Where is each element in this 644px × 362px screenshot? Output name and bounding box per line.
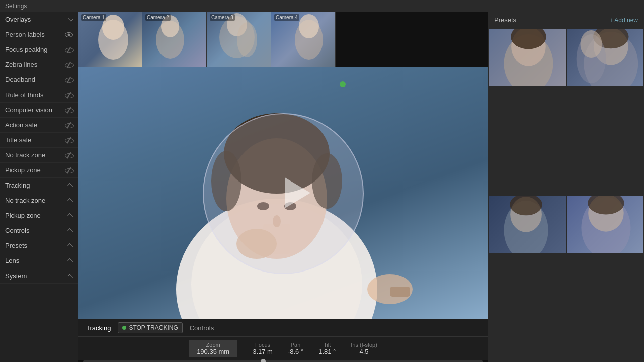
camera-thumb-3[interactable]: Camera 3 xyxy=(207,12,271,67)
camera-3-label: Camera 3 xyxy=(210,14,235,21)
sidebar-section-presets[interactable]: Presets xyxy=(0,238,78,253)
pan-control: Pan -8.6 ° xyxy=(288,342,303,355)
eye-off-icon[interactable] xyxy=(65,62,73,67)
chevron-up-icon xyxy=(67,198,73,204)
eye-off-icon[interactable] xyxy=(65,123,73,128)
eye-off-icon[interactable] xyxy=(65,47,73,52)
preset-thumb-2[interactable] xyxy=(567,29,643,86)
svg-point-30 xyxy=(580,30,602,58)
sidebar-item-zebra-lines[interactable]: Zebra lines xyxy=(0,57,78,72)
sidebar-section-lens[interactable]: Lens xyxy=(0,253,78,268)
svg-point-6 xyxy=(237,22,257,57)
camera-strip: Camera 1 Camera 2 xyxy=(78,12,488,67)
chevron-up-icon xyxy=(67,258,73,264)
deadband-label: Deadband xyxy=(5,76,35,83)
pickup-zone-label: Pickup zone xyxy=(5,166,41,174)
camera-2-label: Camera 2 xyxy=(145,14,171,21)
zoom-button[interactable]: Zoom 190.35 mm xyxy=(189,340,237,357)
sidebar-section-no-track-zone[interactable]: No track zone xyxy=(0,193,78,208)
camera-4-label: Camera 4 xyxy=(274,14,299,21)
presets-grid xyxy=(488,28,644,362)
svg-point-8 xyxy=(299,14,319,38)
sidebar-section-system[interactable]: System xyxy=(0,268,78,284)
system-section-label: System xyxy=(5,272,27,280)
app-title: Settings xyxy=(5,3,27,10)
zoom-value: 190.35 mm xyxy=(197,348,229,355)
sidebar-section-overlays[interactable]: Overlays xyxy=(0,12,78,27)
eye-icon[interactable] xyxy=(65,32,73,37)
tracking-section-label: Tracking xyxy=(5,182,30,189)
preset-thumb-3[interactable] xyxy=(489,196,566,253)
svg-point-18 xyxy=(273,215,281,227)
eye-off-icon[interactable] xyxy=(65,168,73,173)
tilt-label: Tilt xyxy=(318,342,336,348)
eye-off-icon[interactable] xyxy=(65,77,73,82)
focus-label: Focus xyxy=(253,342,273,348)
sidebar: Overlays Person labels Focus peaking Zeb… xyxy=(0,12,78,362)
presets-section-label: Presets xyxy=(5,242,27,249)
video-container[interactable] xyxy=(78,67,488,319)
sidebar-item-no-track-zone[interactable]: No track zone xyxy=(0,148,78,163)
rule-of-thirds-label: Rule of thirds xyxy=(5,91,44,99)
focus-value: 3.17 m xyxy=(253,348,273,355)
sidebar-item-pickup-zone[interactable]: Pickup zone xyxy=(0,163,78,178)
sidebar-section-pickup-zone[interactable]: Pickup zone xyxy=(0,208,78,223)
bottom-tabs: Tracking STOP TRACKING Controls xyxy=(78,319,488,337)
eye-off-icon[interactable] xyxy=(65,93,73,98)
zoom-label: Zoom xyxy=(197,342,229,348)
focus-peaking-label: Focus peaking xyxy=(5,46,48,53)
preset-thumb-4[interactable] xyxy=(567,196,643,253)
no-track-zone-label: No track zone xyxy=(5,151,45,159)
no-track-zone-section-label: No track zone xyxy=(5,197,45,204)
stop-tracking-label: STOP TRACKING xyxy=(129,324,178,331)
zebra-lines-label: Zebra lines xyxy=(5,61,37,68)
sidebar-section-tracking[interactable]: Tracking xyxy=(0,178,78,193)
chevron-up-icon xyxy=(67,243,73,249)
sidebar-item-action-safe[interactable]: Action safe xyxy=(0,118,78,133)
chevron-down-icon xyxy=(67,16,73,21)
svg-point-16 xyxy=(257,202,269,210)
chevron-up-icon xyxy=(67,183,73,189)
main-layout: Overlays Person labels Focus peaking Zeb… xyxy=(0,12,644,362)
eye-off-icon[interactable] xyxy=(65,108,73,113)
sidebar-item-person-labels[interactable]: Person labels xyxy=(0,27,78,42)
iris-label: Iris (f-stop) xyxy=(351,342,377,348)
presets-title: Presets xyxy=(494,16,516,24)
chevron-up-icon xyxy=(67,274,73,279)
focus-control: Focus 3.17 m xyxy=(253,342,273,355)
action-safe-label: Action safe xyxy=(5,121,37,129)
title-safe-label: Title safe xyxy=(5,136,31,144)
tab-tracking[interactable]: Tracking xyxy=(83,323,114,333)
sidebar-section-controls[interactable]: Controls xyxy=(0,223,78,238)
sidebar-item-title-safe[interactable]: Title safe xyxy=(0,133,78,148)
sidebar-item-focus-peaking[interactable]: Focus peaking xyxy=(0,42,78,57)
overlays-label: Overlays xyxy=(5,16,31,23)
top-bar: Settings xyxy=(0,0,644,12)
iris-value: 4.5 xyxy=(351,348,377,355)
sidebar-item-rule-of-thirds[interactable]: Rule of thirds xyxy=(0,87,78,103)
controls-row: Zoom 190.35 mm Focus 3.17 m Pan -8.6 ° T… xyxy=(78,337,488,360)
camera-thumb-4[interactable]: Camera 4 xyxy=(271,12,336,67)
sidebar-item-deadband[interactable]: Deadband xyxy=(0,72,78,87)
bottom-bar: Tracking STOP TRACKING Controls Zoom 190… xyxy=(78,319,488,362)
lens-section-label: Lens xyxy=(5,257,19,264)
eye-off-icon[interactable] xyxy=(65,138,73,143)
stop-dot xyxy=(122,326,126,330)
tilt-control: Tilt 1.81 ° xyxy=(318,342,336,355)
content-area: Camera 1 Camera 2 xyxy=(78,12,488,362)
person-labels-label: Person labels xyxy=(5,31,45,38)
chevron-up-icon xyxy=(67,228,73,234)
sidebar-item-computer-vision[interactable]: Computer vision xyxy=(0,103,78,118)
tilt-value: 1.81 ° xyxy=(318,348,336,355)
pan-label: Pan xyxy=(288,342,303,348)
eye-off-icon[interactable] xyxy=(65,153,73,158)
preset-thumb-1[interactable] xyxy=(489,29,566,86)
camera-1-label: Camera 1 xyxy=(81,14,106,21)
camera-thumb-1[interactable]: Camera 1 xyxy=(78,12,142,67)
scrubber-handle[interactable] xyxy=(261,359,266,362)
svg-point-14 xyxy=(211,151,242,211)
tab-controls[interactable]: Controls xyxy=(187,323,217,333)
stop-tracking-button[interactable]: STOP TRACKING xyxy=(118,322,182,333)
add-new-button[interactable]: + Add new xyxy=(610,17,638,24)
camera-thumb-2[interactable]: Camera 2 xyxy=(142,12,207,67)
